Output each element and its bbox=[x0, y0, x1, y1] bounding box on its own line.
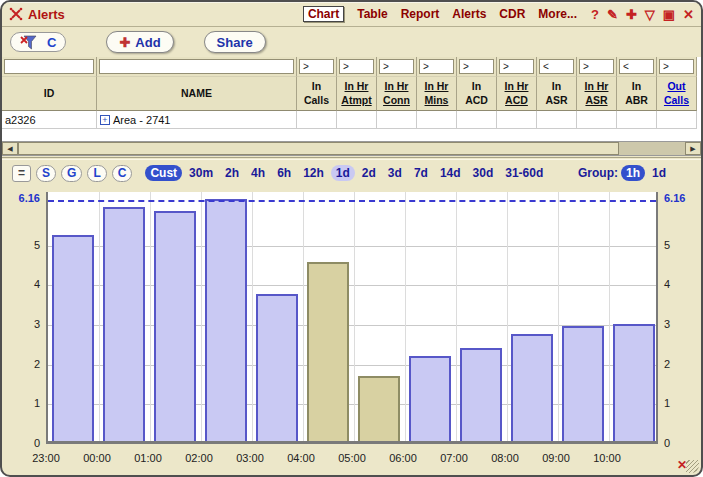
range-button-cust[interactable]: Cust bbox=[145, 165, 182, 181]
row-name: Area - 2741 bbox=[113, 114, 170, 126]
column-header-incalls[interactable]: InCalls bbox=[297, 77, 337, 111]
y-axis-label-right: 2 bbox=[664, 358, 703, 370]
column-header-inhracd[interactable]: In HrACD bbox=[497, 77, 537, 111]
column-header-inasr[interactable]: InASR bbox=[537, 77, 577, 111]
group-options: 1h1d bbox=[621, 165, 671, 181]
column-filter-input-outcalls[interactable]: > bbox=[659, 59, 694, 74]
range-button-14d[interactable]: 14d bbox=[435, 165, 466, 181]
bar-01-00[interactable] bbox=[154, 211, 196, 441]
bar-00-00[interactable] bbox=[103, 207, 145, 441]
column-header-inacd[interactable]: InACD bbox=[457, 77, 497, 111]
alerts-table: >>>>>><><> IDNAMEInCallsIn HrAtmptIn HrC… bbox=[2, 57, 701, 141]
filter-icon[interactable] bbox=[20, 35, 37, 50]
column-filter-input-inhracd[interactable]: > bbox=[499, 59, 534, 74]
column-header-inhratmpt[interactable]: In HrAtmpt bbox=[337, 77, 377, 111]
column-header-inabr[interactable]: InABR bbox=[617, 77, 657, 111]
bar-07-00[interactable] bbox=[460, 348, 502, 441]
table-data-row[interactable]: a2326+Area - 2741 bbox=[2, 111, 701, 129]
bar-09-00[interactable] bbox=[562, 326, 604, 441]
y-axis-label-left: 4 bbox=[2, 278, 40, 290]
x-axis-label: 08:00 bbox=[491, 452, 519, 464]
chart-refresh-button[interactable]: C bbox=[112, 165, 133, 182]
column-header-inhrasr[interactable]: In HrASR bbox=[577, 77, 617, 111]
chart-l-button[interactable]: L bbox=[87, 165, 106, 182]
chart-g-button[interactable]: G bbox=[61, 165, 82, 182]
column-filter-input-inhrasr[interactable]: > bbox=[579, 59, 614, 74]
group-selector: Group: 1h1d bbox=[578, 165, 671, 181]
column-filter-input-inacd[interactable]: > bbox=[459, 59, 494, 74]
x-axis-label: 00:00 bbox=[83, 452, 111, 464]
menu-item-alerts[interactable]: Alerts bbox=[452, 7, 486, 21]
window-icon[interactable]: ▣ bbox=[663, 8, 675, 21]
range-button-2d[interactable]: 2d bbox=[357, 165, 381, 181]
bar-03-00[interactable] bbox=[256, 294, 298, 441]
share-button[interactable]: Share bbox=[204, 31, 266, 53]
x-axis-label: 23:00 bbox=[32, 452, 60, 464]
menu-item-report[interactable]: Report bbox=[401, 7, 440, 21]
refresh-icon[interactable]: C bbox=[47, 35, 56, 50]
range-button-1d[interactable]: 1d bbox=[331, 165, 355, 181]
chevron-down-icon[interactable]: ▽ bbox=[645, 8, 655, 21]
column-header-outcalls[interactable]: OutCalls bbox=[657, 77, 697, 111]
range-button-30m[interactable]: 30m bbox=[184, 165, 218, 181]
group-option-1d[interactable]: 1d bbox=[647, 165, 671, 181]
range-button-30d[interactable]: 30d bbox=[468, 165, 499, 181]
y-axis-label-right: 3 bbox=[664, 318, 703, 330]
table-header-row: IDNAMEInCallsIn HrAtmptIn HrConnIn HrMin… bbox=[2, 77, 701, 111]
window-title: Alerts bbox=[28, 7, 65, 22]
plus-icon: ✚ bbox=[119, 35, 130, 50]
scroll-left-button[interactable]: ◀ bbox=[2, 142, 18, 155]
menu-item-cdr[interactable]: CDR bbox=[499, 7, 525, 21]
range-button-2h[interactable]: 2h bbox=[220, 165, 244, 181]
bar-23-00[interactable] bbox=[52, 235, 94, 441]
column-filter-input-incalls[interactable]: > bbox=[299, 59, 334, 74]
y-axis-label-left: 5 bbox=[2, 239, 40, 251]
range-button-7d[interactable]: 7d bbox=[409, 165, 433, 181]
column-filter-input-inhrconn[interactable]: > bbox=[379, 59, 414, 74]
range-button-31-60d[interactable]: 31-60d bbox=[500, 165, 548, 181]
y-axis-label-left: 3 bbox=[2, 318, 40, 330]
column-header-name[interactable]: NAME bbox=[97, 77, 297, 111]
chart-s-button[interactable]: S bbox=[36, 165, 56, 182]
bar-04-00[interactable] bbox=[307, 262, 349, 441]
range-button-4h[interactable]: 4h bbox=[246, 165, 270, 181]
range-button-12h[interactable]: 12h bbox=[298, 165, 329, 181]
range-button-3d[interactable]: 3d bbox=[383, 165, 407, 181]
menu-item-table[interactable]: Table bbox=[357, 7, 387, 21]
y-axis-label-right: 5 bbox=[664, 239, 703, 251]
expand-icon[interactable]: + bbox=[100, 115, 110, 125]
menu-item-more[interactable]: More... bbox=[538, 7, 577, 21]
column-filter-input-id[interactable] bbox=[4, 59, 94, 74]
scroll-track[interactable] bbox=[619, 142, 685, 155]
range-button-6h[interactable]: 6h bbox=[272, 165, 296, 181]
help-icon[interactable]: ? bbox=[591, 8, 599, 21]
chart-menu-button[interactable]: = bbox=[12, 165, 31, 182]
close-icon[interactable]: ✕ bbox=[683, 8, 694, 21]
column-filter-input-inhratmpt[interactable]: > bbox=[339, 59, 374, 74]
menu-item-chart[interactable]: Chart bbox=[303, 6, 344, 22]
group-option-1h[interactable]: 1h bbox=[621, 165, 645, 181]
bar-08-00[interactable] bbox=[511, 334, 553, 441]
threshold-label-left: 6.16 bbox=[2, 192, 40, 204]
scroll-thumb[interactable] bbox=[18, 142, 619, 155]
table-scrollbar[interactable]: ◀ ▶ bbox=[2, 141, 701, 156]
bar-02-00[interactable] bbox=[205, 199, 247, 441]
column-filter-input-inabr[interactable]: < bbox=[619, 59, 654, 74]
x-axis-label: 04:00 bbox=[287, 452, 315, 464]
y-axis-label-right: 0 bbox=[664, 437, 703, 449]
bar-05-00[interactable] bbox=[358, 376, 400, 441]
add-button[interactable]: ✚ Add bbox=[106, 31, 173, 53]
x-axis-label: 09:00 bbox=[542, 452, 570, 464]
edit-icon[interactable]: ✎ bbox=[607, 8, 618, 21]
column-header-inhrmins[interactable]: In HrMins bbox=[417, 77, 457, 111]
column-header-id[interactable]: ID bbox=[2, 77, 97, 111]
column-filter-input-inhrmins[interactable]: > bbox=[419, 59, 454, 74]
bar-06-00[interactable] bbox=[409, 356, 451, 441]
scroll-right-button[interactable]: ▶ bbox=[685, 142, 701, 155]
bar-10-00[interactable] bbox=[613, 324, 655, 441]
add-icon[interactable]: ✚ bbox=[626, 8, 637, 21]
table-filter-row: >>>>>><><> bbox=[2, 57, 701, 77]
column-header-inhrconn[interactable]: In HrConn bbox=[377, 77, 417, 111]
column-filter-input-name[interactable] bbox=[99, 59, 294, 74]
column-filter-input-inasr[interactable]: < bbox=[539, 59, 574, 74]
